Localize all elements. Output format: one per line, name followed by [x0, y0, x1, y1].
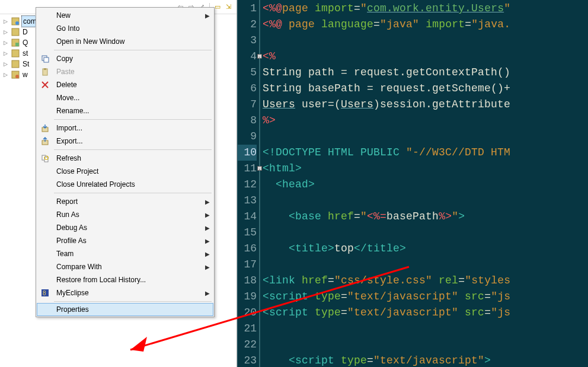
menu-item-go-into[interactable]: Go Into — [37, 22, 213, 35]
menu-item-import[interactable]: Import... — [37, 122, 213, 135]
line-number: 5 — [238, 65, 257, 81]
tree-twisty-icon[interactable]: ▷ — [4, 48, 9, 59]
line-number: 19 — [238, 289, 257, 305]
tree-twisty-icon[interactable]: ▷ — [4, 16, 9, 27]
myeclipse-icon: 8 — [37, 286, 53, 299]
project-icon — [11, 59, 20, 69]
menu-item-paste[interactable]: Paste — [37, 65, 213, 78]
menu-item-label: MyEclipse — [53, 289, 202, 297]
menu-item-rename[interactable]: Rename... — [37, 104, 213, 117]
menu-item-compare-with[interactable]: Compare With▶ — [37, 260, 213, 273]
code-line[interactable]: %> — [260, 113, 588, 129]
line-number: 3 — [238, 33, 257, 49]
tree-item-label: w — [21, 69, 29, 80]
menu-item-restore-from-local-history[interactable]: Restore from Local History... — [37, 273, 213, 286]
menu-item-label: Close Unrelated Projects — [53, 180, 202, 189]
tree-twisty-icon[interactable]: ▷ — [4, 27, 9, 37]
blank-icon — [37, 247, 53, 260]
blank-icon — [37, 260, 53, 273]
code-editor[interactable]: 1234-567891011-121314151617181920212223 … — [237, 0, 588, 367]
menu-item-profile-as[interactable]: Profile As▶ — [37, 234, 213, 247]
code-area[interactable]: <%@page import="com.work.entity.Users"<%… — [260, 0, 588, 367]
tree-twisty-icon[interactable]: ▷ — [4, 37, 9, 48]
menu-item-label: Go Into — [53, 24, 202, 33]
code-line[interactable]: <%@ page language="java" import="java. — [260, 17, 588, 33]
svg-rect-2 — [12, 28, 19, 36]
menu-item-label: Delete — [53, 81, 202, 89]
line-number: 7 — [238, 97, 257, 113]
project-icon — [11, 17, 20, 26]
menu-item-team[interactable]: Team▶ — [37, 247, 213, 260]
menu-item-label: Report — [53, 197, 202, 206]
menu-item-label: Move... — [53, 94, 202, 102]
code-line[interactable] — [260, 257, 588, 273]
menu-item-copy[interactable]: Copy — [37, 52, 213, 65]
code-line[interactable] — [260, 33, 588, 49]
code-line[interactable] — [260, 337, 588, 353]
tree-twisty-icon[interactable]: ▷ — [4, 69, 9, 80]
code-line[interactable] — [260, 225, 588, 241]
project-icon — [11, 27, 20, 37]
menu-separator — [54, 119, 212, 120]
line-number: 11- — [238, 161, 257, 177]
svg-rect-6 — [12, 60, 19, 68]
line-number: 16 — [238, 241, 257, 257]
code-line[interactable]: <script type="text/javascript" src="js — [260, 305, 588, 321]
menu-item-export[interactable]: Export... — [37, 135, 213, 148]
code-line[interactable]: <% — [260, 49, 588, 65]
tree-item-label: Q — [21, 37, 29, 48]
menu-item-close-unrelated-projects[interactable]: Close Unrelated Projects — [37, 178, 213, 191]
project-icon — [11, 38, 20, 47]
submenu-arrow-icon: ▶ — [202, 212, 213, 218]
code-line[interactable]: <script type="text/javascript" src="js — [260, 289, 588, 305]
code-line[interactable]: <link href="css/style.css" rel="styles — [260, 273, 588, 289]
menu-item-run-as[interactable]: Run As▶ — [37, 208, 213, 221]
code-line[interactable] — [260, 193, 588, 209]
menu-item-new[interactable]: New▶ — [37, 9, 213, 22]
line-number: 9 — [238, 129, 257, 145]
menu-item-label: Team — [53, 250, 202, 258]
menu-item-debug-as[interactable]: Debug As▶ — [37, 221, 213, 234]
submenu-arrow-icon: ▶ — [202, 199, 213, 205]
code-line[interactable] — [260, 129, 588, 145]
blank-icon — [37, 195, 53, 208]
menu-item-refresh[interactable]: Refresh — [37, 152, 213, 165]
svg-point-1 — [15, 21, 19, 25]
menu-item-properties[interactable]: Properties — [37, 303, 213, 316]
code-line[interactable]: String path = request.getContextPath() — [260, 65, 588, 81]
code-line[interactable]: <title>top</title> — [260, 241, 588, 257]
menu-item-report[interactable]: Report▶ — [37, 195, 213, 208]
svg-rect-4 — [15, 43, 19, 46]
menu-item-label: Compare With — [53, 263, 202, 271]
tree-item-label: St — [21, 59, 30, 69]
tree-twisty-icon[interactable]: ▷ — [4, 59, 9, 69]
svg-point-8 — [15, 75, 19, 78]
menu-item-myeclipse[interactable]: 8MyEclipse▶ — [37, 286, 213, 299]
menu-item-label: Refresh — [53, 154, 202, 162]
code-line[interactable]: <%@page import="com.work.entity.Users" — [260, 1, 588, 17]
svg-rect-12 — [44, 68, 46, 70]
line-number: 6 — [238, 81, 257, 97]
line-number: 18 — [238, 273, 257, 289]
menu-item-move[interactable]: Move... — [37, 91, 213, 104]
blank-icon — [37, 22, 53, 35]
code-line[interactable]: <base href="<%=basePath%>"> — [260, 209, 588, 225]
menu-separator — [54, 50, 212, 50]
view-menu-icon[interactable]: ⇲ — [223, 2, 233, 12]
submenu-arrow-icon: ▶ — [202, 225, 213, 231]
code-line[interactable] — [260, 321, 588, 337]
code-line[interactable]: <!DOCTYPE HTML PUBLIC "-//W3C//DTD HTM — [260, 145, 588, 161]
tree-item-label: st — [21, 48, 29, 59]
menu-item-close-project[interactable]: Close Project — [37, 165, 213, 178]
menu-item-label: Run As — [53, 210, 202, 219]
menu-item-delete[interactable]: Delete — [37, 78, 213, 91]
code-line[interactable]: <html> — [260, 161, 588, 177]
menu-item-label: Rename... — [53, 107, 202, 115]
line-number: 22 — [238, 337, 257, 353]
code-line[interactable]: String basePath = request.getScheme()+ — [260, 81, 588, 97]
code-line[interactable]: <script type="text/javascript"> — [260, 353, 588, 367]
menu-item-label: Export... — [53, 137, 202, 145]
menu-item-open-in-new-window[interactable]: Open in New Window — [37, 35, 213, 48]
code-line[interactable]: Users user=(Users)session.getAttribute — [260, 97, 588, 113]
code-line[interactable]: <head> — [260, 177, 588, 193]
